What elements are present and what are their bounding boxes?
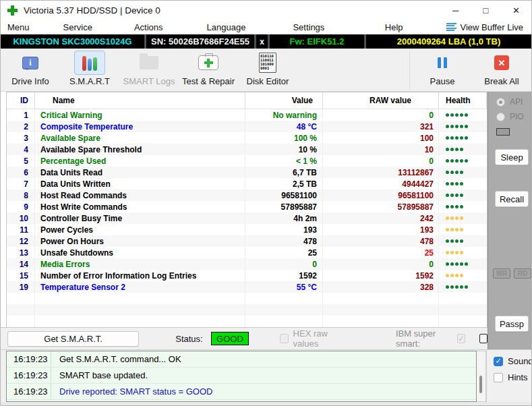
menu-item-actions[interactable]: Actions bbox=[127, 22, 170, 32]
hints-checkbox[interactable] bbox=[494, 373, 503, 382]
table-row[interactable]: 5Percentage Used< 1 %0 bbox=[7, 155, 487, 167]
health-dot bbox=[455, 228, 459, 231]
health-dot bbox=[460, 125, 463, 128]
table-row[interactable]: 13Unsafe Shutdowns2525 bbox=[7, 247, 487, 258]
health-dot bbox=[465, 136, 468, 140]
drive-close-button[interactable]: x bbox=[254, 34, 268, 49]
red-x-icon: ✕ bbox=[494, 55, 509, 70]
health-dot bbox=[450, 125, 454, 128]
smart-status-badge: GOOD bbox=[211, 332, 249, 345]
smart-table-body: 1Critical WarningNo warning02Composite T… bbox=[7, 109, 487, 327]
table-header-row: ID Name Value RAW value Health bbox=[7, 92, 487, 109]
health-dot bbox=[455, 194, 459, 197]
health-dot bbox=[460, 182, 463, 185]
health-dot bbox=[446, 239, 449, 243]
passport-button[interactable]: Passp bbox=[495, 316, 529, 332]
health-dot bbox=[460, 274, 463, 277]
health-dot bbox=[450, 251, 454, 254]
health-dot bbox=[446, 136, 449, 140]
test-tubes-icon bbox=[82, 55, 97, 71]
toolbar-separator bbox=[409, 51, 410, 90]
sound-checkbox[interactable]: ✓ bbox=[494, 357, 503, 366]
health-dot bbox=[450, 194, 454, 197]
drive-info-button[interactable]: i Drive Info bbox=[1, 51, 60, 86]
health-dot bbox=[460, 159, 463, 163]
status-label: Status: bbox=[175, 334, 202, 344]
minimize-button[interactable]: ─ bbox=[440, 1, 471, 20]
header-id[interactable]: ID bbox=[7, 92, 35, 109]
table-row[interactable]: 3Available Spare100 %100 bbox=[7, 132, 487, 144]
menu-item-settings[interactable]: Settings bbox=[286, 22, 331, 32]
table-row[interactable]: 1Critical WarningNo warning0 bbox=[7, 109, 487, 121]
ibm-super-smart-label: IBM super smart: bbox=[396, 328, 452, 349]
wr-button: WR bbox=[493, 268, 510, 279]
health-dot bbox=[455, 239, 459, 243]
app-green-cross-icon bbox=[7, 5, 18, 16]
empty-table-row bbox=[7, 304, 487, 316]
table-row[interactable]: 7Data Units Written2,5 TB4944427 bbox=[7, 178, 487, 190]
maximize-button[interactable]: □ bbox=[471, 1, 501, 20]
menu-item-service[interactable]: Service bbox=[57, 22, 99, 32]
close-button[interactable]: ✕ bbox=[501, 1, 531, 20]
table-row[interactable]: 12Power On Hours478478 bbox=[7, 235, 487, 247]
health-dot bbox=[455, 182, 459, 185]
sleep-button[interactable]: Sleep bbox=[495, 149, 529, 165]
table-row[interactable]: 10Controller Busy Time4h 2m242 bbox=[7, 212, 487, 224]
view-buffer-live-button[interactable]: View Buffer Live bbox=[444, 22, 526, 32]
view-buffer-live-label: View Buffer Live bbox=[461, 22, 523, 32]
log-timestamp: 16:19:23 bbox=[7, 368, 51, 383]
health-dot bbox=[460, 205, 463, 208]
health-dot bbox=[455, 125, 459, 128]
health-dot bbox=[446, 159, 449, 163]
table-row[interactable]: 19Temperature Sensor 255 °C328 bbox=[7, 281, 487, 293]
table-row[interactable]: 6Data Units Read6,7 TB13112867 bbox=[7, 167, 487, 178]
disk-editor-button[interactable]: 010110 110011 101000 0001 Disk Editor bbox=[238, 51, 297, 86]
log-scrollbar[interactable] bbox=[477, 351, 486, 402]
health-dot bbox=[455, 113, 459, 117]
table-row[interactable]: 4Available Spare Threshold10 %10 bbox=[7, 144, 487, 155]
menu-item-language[interactable]: Language bbox=[200, 22, 253, 32]
table-row[interactable]: 2Composite Temperature48 °C321 bbox=[7, 121, 487, 132]
health-dot bbox=[460, 228, 463, 231]
health-dot bbox=[460, 239, 463, 243]
hints-checkbox-group[interactable]: Hints bbox=[494, 372, 528, 382]
pause-button[interactable]: Pause bbox=[413, 51, 472, 90]
table-row[interactable]: 11Power Cycles193193 bbox=[7, 224, 487, 235]
header-raw-value[interactable]: RAW value bbox=[323, 92, 439, 109]
test-repair-button[interactable]: Test & Repair bbox=[179, 51, 238, 86]
health-dots bbox=[439, 190, 487, 201]
log-entry: 16:19:23Get S.M.A.R.T. command... OK bbox=[7, 351, 476, 368]
health-dot bbox=[455, 216, 459, 220]
break-all-button[interactable]: ✕ Break All bbox=[472, 51, 531, 90]
log-scrollbar-thumb[interactable] bbox=[479, 376, 482, 393]
get-smart-button[interactable]: Get S.M.A.R.T. bbox=[7, 331, 139, 347]
menu-bar: Menu Service Actions Language Settings H… bbox=[1, 20, 531, 34]
first-aid-kit-icon bbox=[198, 55, 218, 70]
header-value[interactable]: Value bbox=[245, 92, 323, 109]
health-dot bbox=[465, 125, 468, 128]
log-message: Get S.M.A.R.T. command... OK bbox=[51, 354, 181, 364]
health-dot bbox=[460, 285, 463, 289]
table-row[interactable]: 15Number of Error Information Log Entrie… bbox=[7, 270, 487, 281]
log-entry: 16:19:23Drive reported: SMART status = G… bbox=[7, 384, 476, 400]
sound-checkbox-group[interactable]: ✓ Sound bbox=[494, 356, 532, 366]
recall-button[interactable]: Recall bbox=[495, 191, 529, 207]
drive-model[interactable]: KINGSTON SKC3000S1024G bbox=[1, 34, 144, 49]
health-dot bbox=[446, 171, 449, 174]
header-health[interactable]: Health bbox=[439, 92, 487, 109]
hex-raw-values-label: HEX raw values bbox=[293, 328, 347, 349]
smart-button[interactable]: S.M.A.R.T bbox=[60, 51, 119, 86]
menu-item-help[interactable]: Help bbox=[378, 22, 410, 32]
pio-radio bbox=[496, 113, 505, 121]
menu-item-menu[interactable]: Menu bbox=[1, 22, 36, 32]
health-dot bbox=[455, 148, 459, 151]
table-row[interactable]: 8Host Read Commands9658110096581100 bbox=[7, 190, 487, 201]
health-dot bbox=[455, 262, 459, 266]
table-row[interactable]: 14Media Errors00 bbox=[7, 258, 487, 270]
table-row[interactable]: 9Host Write Commands5789588757895887 bbox=[7, 201, 487, 212]
extra-checkbox[interactable] bbox=[479, 334, 487, 343]
health-dot bbox=[450, 285, 454, 289]
header-name[interactable]: Name bbox=[35, 92, 245, 109]
health-dot bbox=[450, 171, 454, 174]
log-timestamp: 16:19:23 bbox=[7, 384, 51, 399]
